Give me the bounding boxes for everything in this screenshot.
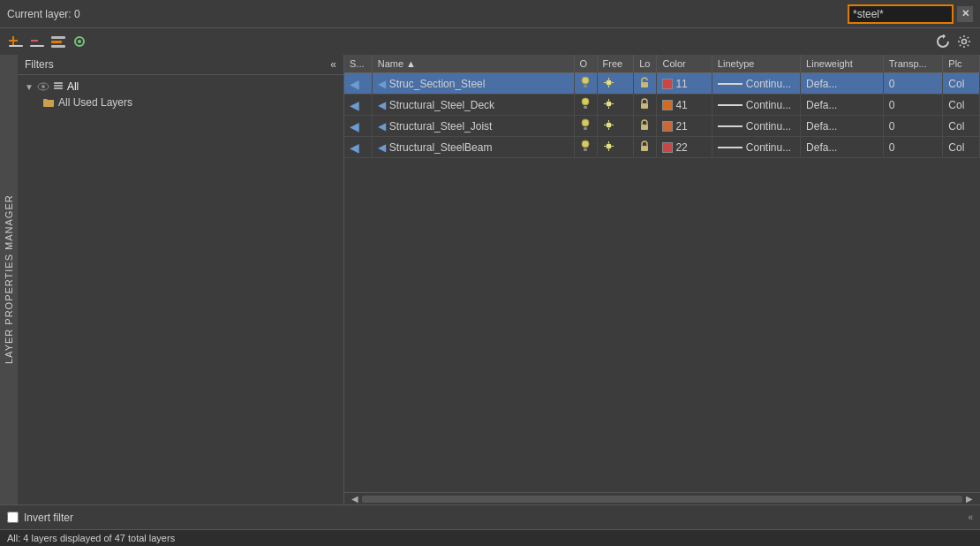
svg-point-16 [582, 77, 589, 84]
content-area: LAYER PROPERTIES MANAGER Filters « ▼ [0, 55, 980, 504]
svg-rect-15 [54, 82, 63, 84]
filter-tree-used-layers[interactable]: All Used Layers [25, 95, 336, 110]
cell-transparency: 0 [883, 95, 943, 116]
table-row[interactable]: ◀◀Structural_Steel_Joist21Continu...Defa… [344, 116, 980, 137]
table-wrapper[interactable]: S... Name ▲ O Free Lo Color Linetype Lin… [344, 55, 980, 492]
filters-label: Filters [25, 58, 54, 71]
cell-status: ◀ [344, 116, 372, 137]
status-bar: All: 4 layers displayed of 47 total laye… [0, 529, 980, 546]
toolbar-right-icons [934, 33, 973, 50]
cell-status: ◀ [344, 95, 372, 116]
table-row[interactable]: ◀◀Structural_Steel_Deck41Continu...Defa.… [344, 95, 980, 116]
svg-rect-6 [51, 41, 62, 43]
cell-plot: Col [943, 73, 980, 95]
cell-on[interactable] [574, 95, 597, 116]
svg-rect-13 [54, 85, 63, 87]
filter-tree-all[interactable]: ▼ All [25, 79, 336, 95]
bottom-bar: Invert filter « [0, 504, 980, 529]
side-tab: LAYER PROPERTIES MANAGER [0, 55, 18, 504]
col-header-color[interactable]: Color [657, 55, 712, 73]
svg-point-26 [606, 101, 611, 106]
table-row[interactable]: ◀◀Struc_Section_Steel11Continu...Defa...… [344, 73, 980, 95]
svg-point-32 [582, 119, 589, 126]
svg-rect-2 [9, 45, 23, 47]
col-header-on[interactable]: O [574, 55, 597, 73]
filter-used-layers-label: All Used Layers [58, 96, 132, 109]
cell-color[interactable]: 21 [657, 116, 712, 137]
invert-filter-checkbox[interactable] [7, 512, 19, 523]
cell-on[interactable] [574, 116, 597, 137]
close-search-button[interactable]: ✕ [957, 6, 973, 22]
cell-lock[interactable] [634, 116, 657, 137]
scrollbar-area: ◀ ▶ [344, 492, 980, 504]
col-header-transparency[interactable]: Transp... [883, 55, 943, 73]
cell-transparency: 0 [883, 73, 943, 95]
cell-status: ◀ [344, 73, 372, 95]
col-header-lineweight[interactable]: Lineweight [801, 55, 884, 73]
delete-layer-icon[interactable] [28, 33, 46, 50]
scrollbar-track[interactable] [362, 496, 962, 503]
table-row[interactable]: ◀◀Structural_SteelBeam22Continu...Defa..… [344, 137, 980, 158]
cell-linetype: Continu... [712, 73, 800, 95]
main-container: Current layer: 0 ✕ [0, 0, 980, 546]
refresh-icon[interactable] [934, 33, 952, 50]
cell-on[interactable] [574, 137, 597, 158]
svg-point-42 [606, 143, 611, 148]
layer-settings-icon[interactable] [71, 33, 88, 50]
cell-freeze[interactable] [597, 116, 634, 137]
top-bar-right: ✕ [848, 4, 973, 24]
cell-color[interactable]: 41 [657, 95, 712, 116]
svg-rect-41 [584, 148, 587, 151]
col-header-linetype[interactable]: Linetype [712, 55, 800, 73]
cell-on[interactable] [574, 73, 597, 95]
cell-plot: Col [943, 116, 980, 137]
svg-rect-25 [584, 106, 587, 109]
cell-freeze[interactable] [597, 137, 634, 158]
cell-lock[interactable] [634, 137, 657, 158]
collapse-bottom-button[interactable]: « [968, 512, 973, 522]
cell-name: ◀Struc_Section_Steel [372, 73, 574, 95]
search-input[interactable] [848, 4, 954, 24]
cell-lock[interactable] [634, 95, 657, 116]
new-layer-icon[interactable] [7, 33, 25, 50]
svg-point-12 [41, 85, 45, 88]
cell-color[interactable]: 22 [657, 137, 712, 158]
svg-point-9 [78, 40, 81, 43]
cell-color[interactable]: 11 [657, 73, 712, 95]
svg-rect-5 [51, 36, 65, 39]
cell-transparency: 0 [883, 137, 943, 158]
svg-rect-39 [641, 125, 648, 130]
cell-freeze[interactable] [597, 95, 634, 116]
cell-linetype: Continu... [712, 116, 800, 137]
tree-expand-icon: ▼ [25, 82, 34, 92]
svg-rect-23 [641, 82, 648, 87]
cell-lock[interactable] [634, 73, 657, 95]
status-text: All: 4 layers displayed of 47 total laye… [7, 533, 175, 543]
current-layer-label: Current layer: 0 [7, 8, 80, 20]
layer-table-body: ◀◀Struc_Section_Steel11Continu...Defa...… [344, 73, 980, 158]
col-header-freeze[interactable]: Free [597, 55, 634, 73]
cell-lineweight: Defa... [801, 137, 884, 158]
cell-name: ◀Structural_Steel_Joist [372, 116, 574, 137]
scroll-right-button[interactable]: ▶ [962, 494, 976, 504]
svg-rect-7 [51, 45, 65, 48]
layer-state-icon[interactable] [49, 33, 67, 50]
col-header-name[interactable]: Name ▲ [372, 55, 574, 73]
cell-linetype: Continu... [712, 95, 800, 116]
col-header-lock[interactable]: Lo [634, 55, 657, 73]
collapse-filters-button[interactable]: « [330, 58, 336, 71]
settings-icon[interactable] [955, 33, 973, 50]
cell-name: ◀Structural_SteelBeam [372, 137, 574, 158]
right-panel: S... Name ▲ O Free Lo Color Linetype Lin… [344, 55, 980, 504]
svg-rect-4 [30, 45, 44, 47]
cell-freeze[interactable] [597, 73, 634, 95]
cell-linetype: Continu... [712, 137, 800, 158]
svg-rect-33 [584, 127, 587, 130]
toolbar-icons [7, 33, 88, 50]
scroll-left-button[interactable]: ◀ [348, 494, 362, 504]
col-header-status[interactable]: S... [344, 55, 372, 73]
filter-tree: ▼ All [18, 75, 343, 504]
col-header-plot[interactable]: Plc [943, 55, 980, 73]
invert-filter-label: Invert filter [24, 512, 73, 524]
eye-icon [37, 82, 49, 91]
